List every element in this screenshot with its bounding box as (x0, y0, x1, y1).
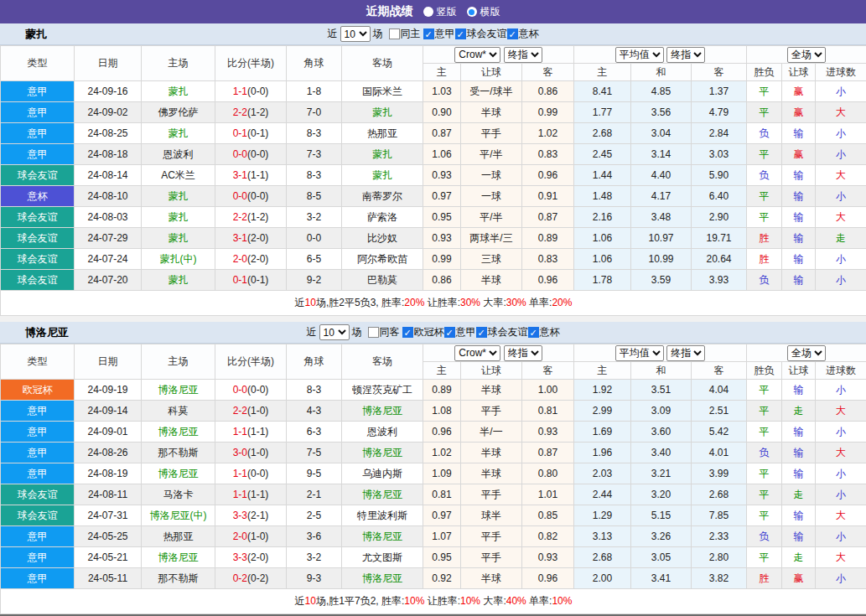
odds-handicap: 平手 (461, 547, 522, 568)
final-odds-select[interactable]: 终指 (504, 47, 542, 63)
odds-handicap: 一球 (461, 165, 522, 186)
fulltime-group-header: 全场 (747, 46, 866, 64)
away-team: 尤文图斯 (342, 547, 423, 568)
average-select[interactable]: 平均值 (615, 345, 664, 361)
match-date: 24-05-21 (75, 547, 142, 568)
col-date: 日期 (75, 46, 142, 81)
match-count-select[interactable]: 10 (319, 324, 350, 340)
away-team: 比沙奴 (342, 228, 423, 249)
league-filter[interactable]: ✓意甲 (423, 27, 455, 41)
same-filter-label: 同主 (401, 27, 421, 41)
bookmaker-select[interactable]: Crow* (454, 345, 500, 361)
summary-segment: 大率: (480, 595, 506, 607)
avg-home: 1.77 (574, 102, 631, 123)
summary-segment: 单率: (526, 297, 552, 308)
odds-away: 0.91 (522, 186, 574, 207)
goals-result: 小 (816, 568, 866, 589)
final-odds-select[interactable]: 终指 (504, 345, 542, 361)
match-count-select[interactable]: 10 (340, 26, 371, 42)
avg-away: 2.51 (692, 401, 747, 422)
league-checkbox-checked[interactable]: ✓ (423, 28, 434, 39)
odds-handicap: 半球 (461, 568, 522, 589)
odds-home: 1.03 (423, 81, 461, 102)
table-row: 意甲24-05-25热那亚2-0(1-0)3-6博洛尼亚1.07平手0.823.… (1, 526, 866, 547)
league-filter[interactable]: ✓欧冠杯 (402, 325, 444, 339)
col-avg-home: 主 (574, 64, 631, 81)
handicap-result: 输 (782, 123, 816, 144)
games-label: 场 (373, 27, 383, 41)
col-home: 主场 (142, 344, 215, 380)
handicap-result: 输 (782, 443, 816, 463)
score-cell: 1-1(1-1) (215, 484, 287, 505)
bookmaker-group-header: Crow* 终指 (423, 46, 574, 64)
corner-count: 9-3 (287, 568, 342, 589)
home-team: 科莫 (142, 401, 215, 422)
radio-unselected-icon[interactable] (423, 7, 433, 17)
layout-radio-vertical[interactable]: 竖版 (423, 5, 457, 19)
same-checkbox-unchecked[interactable] (368, 327, 379, 338)
bookmaker-select[interactable]: Crow* (454, 47, 500, 63)
fulltime-score: 0-1 (233, 274, 247, 286)
score-cell: 3-0(1-0) (215, 443, 287, 463)
match-date: 24-05-11 (75, 568, 142, 589)
final-odds-select-2[interactable]: 终指 (666, 345, 705, 361)
avg-away: 3.03 (692, 144, 747, 165)
league-badge: 意甲 (1, 463, 75, 484)
odds-away: 0.83 (522, 144, 574, 165)
odds-away: 0.87 (522, 207, 574, 228)
odds-handicap: 受一/球半 (461, 81, 522, 102)
home-team: 马洛卡 (142, 484, 215, 505)
table-row: 意甲24-08-19博洛尼亚1-1(0-0)9-5乌迪内斯1.09半球0.802… (1, 463, 866, 484)
average-select[interactable]: 平均值 (615, 47, 664, 63)
league-filter[interactable]: ✓球会友谊 (476, 325, 528, 339)
layout-radio-horizontal[interactable]: 横版 (467, 5, 500, 19)
same-checkbox-unchecked[interactable] (389, 28, 400, 39)
odds-handicap: 三球 (461, 249, 522, 270)
league-filter-label: 意甲 (435, 27, 455, 41)
col-odds-away: 客 (522, 362, 574, 380)
same-filter[interactable]: 同主 (389, 27, 421, 41)
home-team: 那不勒斯 (142, 443, 215, 463)
score-cell: 3-1(1-1) (215, 165, 287, 186)
odds-handicap: 平/半 (461, 144, 522, 165)
halftime-score: (0-0) (247, 384, 268, 396)
goals-result: 大 (816, 505, 866, 526)
league-filter[interactable]: ✓意杯 (528, 325, 560, 339)
handicap-result: 输 (782, 505, 816, 526)
league-filter[interactable]: ✓意甲 (444, 325, 476, 339)
average-group-header: 平均值 终指 (574, 344, 747, 362)
match-date: 24-08-18 (75, 144, 142, 165)
league-checkbox-checked[interactable]: ✓ (402, 327, 413, 338)
col-avg-home: 主 (574, 362, 631, 380)
col-goals: 进球数 (816, 64, 866, 81)
handicap-result: 输 (782, 526, 816, 547)
goals-result: 小 (816, 463, 866, 484)
summary-segment: 10 (305, 297, 316, 308)
league-filter[interactable]: ✓意杯 (507, 27, 539, 41)
average-group-header: 平均值 终指 (574, 46, 747, 64)
goals-result: 小 (816, 186, 866, 207)
same-filter[interactable]: 同客 (368, 325, 400, 339)
radio-selected-icon[interactable] (467, 7, 477, 17)
col-avg-away: 客 (692, 362, 747, 380)
league-filter[interactable]: ✓球会友谊 (455, 27, 507, 41)
winloss-result: 胜 (747, 228, 782, 249)
match-date: 24-08-19 (75, 463, 142, 484)
bookmaker-group-header: Crow* 终指 (423, 344, 574, 362)
league-checkbox-checked[interactable]: ✓ (455, 28, 466, 39)
final-odds-select-2[interactable]: 终指 (666, 47, 705, 63)
league-checkbox-checked[interactable]: ✓ (507, 28, 518, 39)
odds-home: 0.93 (423, 228, 461, 249)
avg-draw: 3.09 (631, 401, 692, 422)
fulltime-select[interactable]: 全场 (787, 47, 826, 63)
league-checkbox-checked[interactable]: ✓ (476, 327, 487, 338)
league-checkbox-checked[interactable]: ✓ (444, 327, 455, 338)
avg-home: 1.96 (574, 443, 631, 463)
winloss-result: 平 (747, 422, 782, 443)
avg-away: 3.99 (692, 463, 747, 484)
league-checkbox-checked[interactable]: ✓ (528, 327, 539, 338)
table-row: 球会友谊24-07-20蒙扎0-1(0-1)9-2巴勒莫0.86半球0.961.… (1, 270, 866, 291)
avg-draw: 4.17 (631, 186, 692, 207)
fulltime-select[interactable]: 全场 (787, 345, 826, 361)
corner-count: 4-3 (287, 401, 342, 422)
